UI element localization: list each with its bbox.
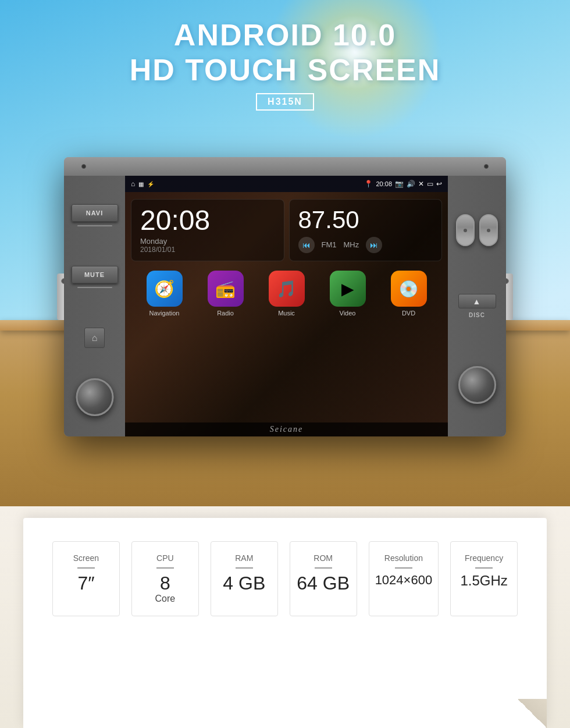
radio-app-item[interactable]: 📻 Radio — [208, 271, 244, 317]
spec-ram-value: 4 GB — [223, 573, 265, 594]
clock-time: 20:08 — [140, 207, 275, 235]
widget-row: 20:08 Monday 2018/01/01 87.50 ⏮ — [125, 192, 448, 266]
clock-day: Monday — [140, 237, 275, 246]
nav-app-icon: 🧭 — [147, 271, 183, 307]
hero-title: ANDROID 10.0 HD TOUCH SCREEN H315N — [0, 17, 570, 111]
radio-app-label: Radio — [217, 310, 234, 317]
specs-paper: Screen 7″ CPU 8 Core RAM 4 GB ROM 64 GB — [23, 518, 547, 728]
spec-screen-value: 7″ — [77, 573, 94, 594]
camera-icon: 📷 — [395, 180, 404, 188]
left-panel: NAVI MUTE ⌂ ↩ — [64, 176, 125, 436]
spec-screen-label: Screen — [73, 553, 99, 563]
prev-icon: ⏮ — [302, 240, 311, 250]
radio-band: FM1 — [322, 240, 337, 249]
spec-ram-label: RAM — [235, 553, 253, 563]
title-line1: ANDROID 10.0 — [0, 17, 570, 52]
home-button[interactable]: ⌂ — [84, 328, 105, 348]
right-panel: ▲ DISC — [448, 176, 506, 436]
unit-body: NAVI MUTE ⌂ ↩ — [64, 157, 506, 436]
radio-controls: ⏮ FM1 MHz ⏭ — [298, 237, 433, 253]
back-status-icon: ↩ — [436, 180, 442, 188]
nav-app-label: Navigation — [149, 310, 180, 317]
mute-underline — [77, 287, 112, 288]
volume-icon: 🔊 — [407, 180, 415, 188]
model-badge: H315N — [256, 93, 314, 111]
knobs-pair — [456, 214, 498, 246]
navi-button[interactable]: NAVI — [72, 204, 118, 222]
radio-next-button[interactable]: ⏭ — [366, 237, 382, 253]
spec-ram: RAM 4 GB — [211, 541, 278, 616]
status-time: 20:08 — [376, 180, 392, 187]
clock-widget: 20:08 Monday 2018/01/01 — [131, 199, 284, 261]
radio-icon: 📻 — [215, 279, 236, 299]
spec-cpu-value: 8 — [160, 573, 170, 594]
screenshot-icon: ▦ — [138, 181, 144, 187]
mute-button[interactable]: MUTE — [72, 266, 118, 283]
disc-label: DISC — [469, 312, 485, 318]
right-knob[interactable] — [458, 366, 496, 404]
usb-icon: ⚡ — [147, 181, 154, 187]
android-screen: ⌂ ▦ ⚡ 📍 20:08 📷 🔊 ✕ ▭ ↩ — [125, 176, 448, 436]
mute-btn-group: MUTE — [72, 266, 118, 288]
spec-cpu-label: CPU — [156, 553, 174, 563]
dvd-app-label: DVD — [402, 310, 415, 317]
gps-icon: 📍 — [364, 180, 373, 188]
radio-frequency: 87.50 — [298, 208, 433, 232]
title-line2: HD TOUCH SCREEN — [0, 52, 570, 87]
status-right: 📍 20:08 📷 🔊 ✕ ▭ ↩ — [364, 180, 442, 188]
spec-frequency-label: Frequency — [465, 553, 503, 563]
left-knob[interactable] — [76, 378, 113, 416]
apps-row: 🧭 Navigation 📻 Radio — [125, 266, 448, 324]
radio-prev-button[interactable]: ⏮ — [298, 237, 315, 253]
music-app-icon: 🎵 — [269, 271, 305, 307]
knob-small-right[interactable] — [479, 214, 498, 246]
seicane-logo: Seicane — [270, 425, 304, 434]
spec-resolution: Resolution 1024×600 — [369, 541, 439, 616]
specs-grid: Screen 7″ CPU 8 Core RAM 4 GB ROM 64 GB — [52, 541, 518, 616]
spec-cpu: CPU 8 Core — [131, 541, 199, 616]
status-left: ⌂ ▦ ⚡ — [131, 180, 154, 188]
radio-app-icon: 📻 — [208, 271, 244, 307]
eject-icon: ▲ — [473, 297, 482, 306]
spec-resolution-label: Resolution — [384, 553, 423, 563]
navi-label: NAVI — [86, 209, 103, 216]
eject-button[interactable]: ▲ — [458, 294, 496, 308]
music-app-item[interactable]: 🎵 Music — [269, 271, 305, 317]
video-app-icon: ▶ — [330, 271, 366, 307]
spec-frequency-value: 1.5GHz — [460, 573, 507, 588]
close-icon: ✕ — [418, 180, 424, 188]
spec-resolution-value: 1024×600 — [375, 573, 433, 587]
nav-app-item[interactable]: 🧭 Navigation — [147, 271, 183, 317]
navi-btn-group: NAVI — [72, 204, 118, 226]
camera-dot-right — [484, 164, 489, 169]
knob-small-left[interactable] — [456, 214, 475, 246]
dvd-app-item[interactable]: 💿 DVD — [391, 271, 427, 317]
music-icon: 🎵 — [276, 279, 297, 299]
hero-section: ANDROID 10.0 HD TOUCH SCREEN H315N — [0, 0, 570, 506]
spec-frequency: Frequency 1.5GHz — [450, 541, 518, 616]
radio-widget: 87.50 ⏮ FM1 MHz ⏭ — [289, 199, 443, 261]
spec-screen: Screen 7″ — [52, 541, 120, 616]
spec-rom-value: 64 GB — [297, 573, 350, 594]
spec-ram-divider — [236, 567, 253, 569]
screen-content: 20:08 Monday 2018/01/01 87.50 ⏮ — [125, 192, 448, 436]
car-unit: NAVI MUTE ⌂ ↩ — [64, 157, 506, 436]
home-icon: ⌂ — [92, 333, 98, 343]
radio-unit: MHz — [344, 240, 359, 249]
mute-label: MUTE — [84, 271, 105, 278]
unit-top-strip — [64, 157, 506, 176]
dvd-icon: 💿 — [398, 279, 419, 299]
video-icon: ▶ — [341, 279, 354, 299]
music-app-label: Music — [278, 310, 295, 317]
next-icon: ⏭ — [370, 240, 378, 250]
spec-rom-divider — [315, 567, 332, 569]
status-bar: ⌂ ▦ ⚡ 📍 20:08 📷 🔊 ✕ ▭ ↩ — [125, 176, 448, 192]
video-app-item[interactable]: ▶ Video — [330, 271, 366, 317]
spec-cpu-unit: Core — [155, 594, 176, 604]
navi-underline — [77, 225, 112, 226]
seicane-bar: Seicane — [125, 422, 448, 436]
spec-rom-label: ROM — [314, 553, 333, 563]
screen-area: ⌂ ▦ ⚡ 📍 20:08 📷 🔊 ✕ ▭ ↩ — [125, 176, 448, 436]
specs-section: Screen 7″ CPU 8 Core RAM 4 GB ROM 64 GB — [0, 506, 570, 728]
video-app-label: Video — [340, 310, 356, 317]
